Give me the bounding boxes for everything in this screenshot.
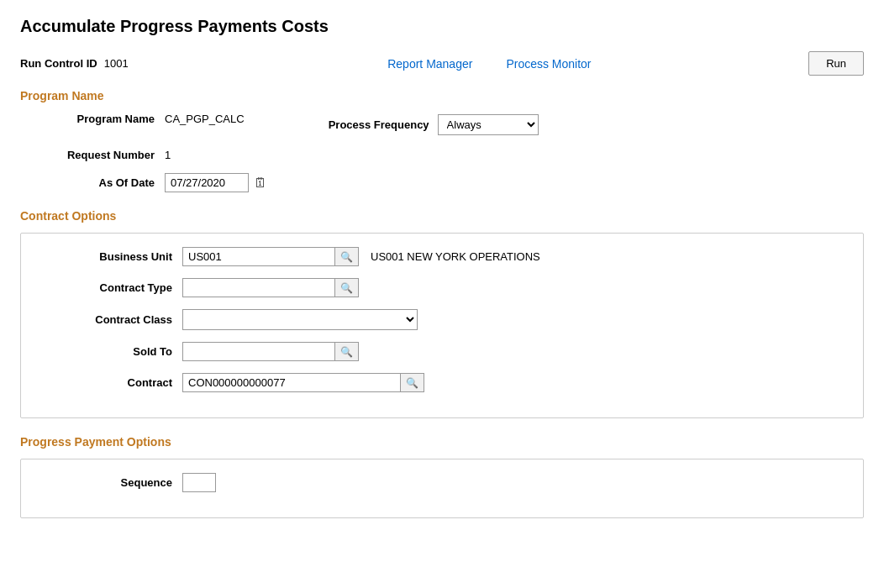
business-unit-description: US001 NEW YORK OPERATIONS: [371, 250, 540, 263]
process-frequency-select[interactable]: Always Once Don't Run: [438, 114, 539, 135]
program-name-row: Program Name CA_PGP_CALC: [20, 113, 245, 125]
program-name-section: Program Name Program Name CA_PGP_CALC Pr…: [20, 89, 864, 192]
run-control-id-value: 1001: [104, 57, 129, 70]
run-control-id-label: Run Control ID: [20, 57, 97, 70]
run-button[interactable]: Run: [808, 51, 864, 76]
sold-to-search-button[interactable]: 🔍: [335, 342, 359, 361]
contract-class-label: Contract Class: [38, 313, 172, 326]
contract-input-group: 🔍: [182, 373, 424, 392]
sold-to-label: Sold To: [38, 345, 172, 358]
as-of-date-wrap: 🗓: [165, 173, 267, 192]
business-unit-label: Business Unit: [38, 250, 172, 263]
page-title: Accumulate Progress Payments Costs: [20, 17, 864, 36]
request-number-label: Request Number: [20, 149, 155, 161]
contract-class-select[interactable]: [182, 309, 418, 330]
contract-search-button[interactable]: 🔍: [401, 373, 424, 392]
process-frequency-label: Process Frequency: [329, 118, 429, 131]
contract-options-section: Contract Options Business Unit 🔍 US001 N…: [20, 209, 864, 418]
sold-to-search-icon: 🔍: [340, 346, 353, 358]
business-unit-row: Business Unit 🔍 US001 NEW YORK OPERATION…: [38, 247, 846, 266]
contract-search-icon: 🔍: [406, 377, 418, 389]
sold-to-input[interactable]: [182, 342, 335, 361]
contract-options-box: Business Unit 🔍 US001 NEW YORK OPERATION…: [20, 233, 864, 418]
contract-row: Contract 🔍: [38, 373, 846, 392]
report-manager-link[interactable]: Report Manager: [387, 57, 472, 71]
program-name-section-title: Program Name: [20, 89, 864, 102]
contract-type-row: Contract Type 🔍: [38, 278, 846, 297]
program-name-label: Program Name: [20, 113, 155, 125]
request-number-row: Request Number 1: [20, 149, 864, 161]
contract-type-search-icon: 🔍: [340, 282, 353, 294]
progress-payment-box: Sequence: [20, 459, 864, 518]
request-number-value: 1: [165, 149, 171, 161]
sequence-label: Sequence: [38, 476, 172, 489]
program-name-value: CA_PGP_CALC: [165, 113, 245, 125]
sequence-row: Sequence: [38, 473, 846, 492]
sold-to-input-group: 🔍: [182, 342, 359, 361]
contract-options-title: Contract Options: [20, 209, 864, 223]
business-unit-search-icon: 🔍: [340, 251, 353, 263]
as-of-date-label: As Of Date: [20, 176, 155, 189]
contract-type-search-button[interactable]: 🔍: [335, 278, 359, 297]
header-links: Report Manager Process Monitor: [179, 57, 801, 71]
contract-type-input[interactable]: [182, 278, 335, 297]
contract-label: Contract: [38, 376, 172, 389]
contract-class-row: Contract Class: [38, 309, 846, 330]
progress-payment-section: Progress Payment Options Sequence: [20, 435, 864, 518]
as-of-date-input[interactable]: [165, 173, 249, 192]
calendar-icon[interactable]: 🗓: [254, 176, 267, 191]
business-unit-search-button[interactable]: 🔍: [335, 247, 359, 266]
as-of-date-row: As Of Date 🗓: [20, 173, 864, 192]
progress-payment-title: Progress Payment Options: [20, 435, 864, 449]
process-monitor-link[interactable]: Process Monitor: [506, 57, 591, 71]
contract-input[interactable]: [182, 373, 401, 392]
left-fields: Program Name CA_PGP_CALC: [20, 113, 245, 137]
sequence-input[interactable]: [182, 473, 216, 492]
contract-type-label: Contract Type: [38, 281, 172, 294]
contract-type-input-group: 🔍: [182, 278, 359, 297]
business-unit-input[interactable]: [182, 247, 335, 266]
program-name-freq-row: Program Name CA_PGP_CALC Process Frequen…: [20, 113, 864, 137]
process-frequency-group: Process Frequency Always Once Don't Run: [329, 114, 539, 135]
run-control-row: Run Control ID 1001 Report Manager Proce…: [20, 51, 864, 76]
business-unit-input-group: 🔍: [182, 247, 359, 266]
sold-to-row: Sold To 🔍: [38, 342, 846, 361]
